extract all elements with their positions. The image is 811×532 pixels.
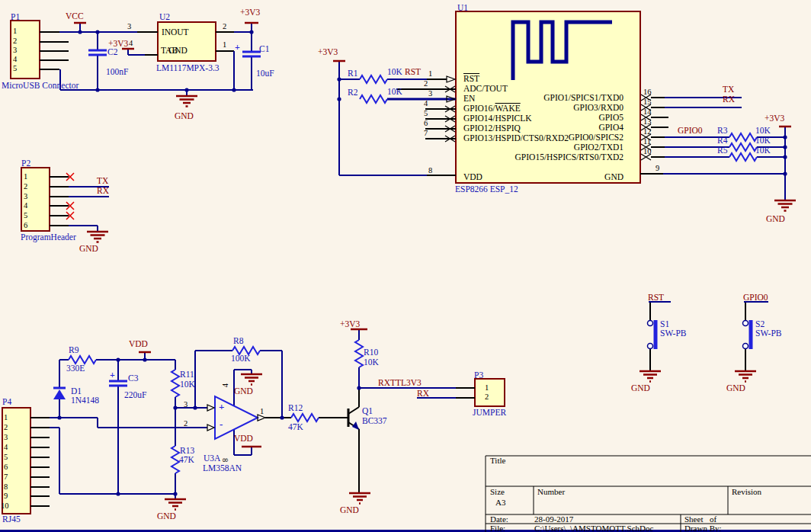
u1-pin-vdd: VDD	[463, 172, 482, 181]
gnd-label-r13: GND	[157, 511, 176, 521]
u2-ref: U2	[159, 12, 170, 21]
p1-name: MicroUSB Connector	[2, 81, 79, 90]
u1-pin-gnd: GND	[547, 172, 623, 181]
gnd-s2	[735, 371, 756, 382]
r10-value: 10K	[364, 357, 379, 367]
gnd-label-p2: GND	[79, 244, 98, 253]
r2-value: 10K	[387, 87, 402, 96]
u1-pin1-num: 1	[428, 69, 432, 78]
p2-pin4: 4	[24, 201, 27, 210]
titleblock-sheet-label: Sheet	[684, 515, 703, 524]
p4-ref: P4	[2, 397, 11, 406]
r5-ref: R5	[717, 146, 727, 155]
wires	[50, 23, 785, 499]
u1-pin-adc: ADC/TOUT	[463, 84, 508, 93]
p4-pin1: 1	[4, 413, 8, 421]
u1-pin-gpio5: GPIO5	[471, 113, 623, 122]
v33-label-r3: +3V3	[765, 114, 784, 123]
r12-ref: R12	[288, 403, 303, 412]
u1-pin11-num: 11	[643, 137, 651, 146]
p3-pin1: 1	[485, 383, 489, 392]
gnd-u2	[176, 96, 197, 107]
r11-symbol	[171, 370, 179, 397]
r3-symbol	[729, 133, 757, 141]
titleblock-number-label: Number	[537, 488, 565, 497]
v33-label-r10: +3V3	[340, 319, 360, 328]
r3-value: 10K	[755, 126, 771, 135]
u1-pin4-num: 4	[424, 99, 428, 107]
resistors	[69, 75, 757, 473]
rst-net-label: RST	[405, 67, 421, 76]
p1-ref: P1	[11, 12, 20, 21]
p3-name: JUMPER	[473, 408, 506, 417]
c1-plus: +	[235, 43, 240, 53]
u2-pin-out: OUT	[171, 27, 189, 37]
gnd-r13	[165, 499, 186, 510]
r11-value: 10K	[180, 380, 195, 389]
c3-value: 220uF	[124, 390, 146, 399]
capacitors	[88, 50, 261, 386]
u1-pin-gpio2: GPIO2/TXD1	[471, 143, 623, 152]
titleblock-title-label: Title	[490, 457, 505, 466]
p1-pin4: 4	[13, 55, 17, 63]
schematic-canvas	[0, 0, 811, 532]
r9-symbol	[69, 356, 96, 364]
titleblock-file-value: C:\Users\..\AMSTOMOTT.SchDoc	[534, 524, 653, 532]
u3a-pin4-num: 4	[221, 383, 229, 387]
v33-label-c1: +3V3	[240, 8, 260, 17]
s2-ref: S2	[755, 319, 765, 328]
u3a-pin3-num: 3	[184, 400, 188, 409]
c1-value: 10uF	[256, 69, 274, 78]
u1-pin14-num: 14	[643, 107, 652, 116]
u1-pin5-num: 5	[424, 109, 428, 117]
u1-value: ESP8266 ESP_12	[455, 184, 518, 194]
gnd-label-s2: GND	[726, 383, 745, 393]
p4-pin6: 6	[4, 463, 8, 471]
q1-symbol	[348, 388, 359, 493]
r1-symbol	[360, 75, 387, 83]
c1-symbol	[242, 52, 261, 56]
rx-net-label-p2: RX	[97, 186, 109, 195]
p4-pin7: 7	[4, 473, 8, 481]
tx-net-label-u1: TX	[723, 85, 734, 94]
rst-net-label-s1: RST	[648, 293, 664, 302]
u1-pin3-num: 3	[428, 89, 432, 98]
p4-name: RJ45	[2, 514, 21, 524]
u1-pin2-num: 2	[424, 79, 428, 88]
titleblock-drawnby-label: Drawn By:	[684, 524, 722, 532]
r9-value: 330E	[66, 364, 85, 373]
u2-pin1-num: 1	[223, 40, 226, 49]
gnd-label-q1: GND	[340, 505, 359, 514]
titleblock-date-value: 28-09-2017	[534, 515, 573, 524]
r2-symbol	[360, 95, 387, 103]
u3a-ref: U3A	[204, 453, 220, 463]
p4-pin4: 4	[4, 443, 8, 451]
u2-pin2-num: 2	[223, 22, 226, 30]
schematic-sheet: P1 VCC 1 2 3 4 5 MicroUSB Connector U2 3…	[0, 0, 811, 532]
gnd-p2	[87, 232, 108, 242]
r5-symbol	[729, 153, 757, 161]
rx-net-label-u1: RX	[723, 95, 735, 104]
u1-pin-gpio4: GPIO4	[471, 123, 623, 132]
r4-value: 10K	[755, 136, 771, 145]
u3a-pin1-num: 1	[260, 407, 264, 415]
p4-pin3: 3	[4, 433, 8, 441]
u1-pin15-num: 15	[643, 98, 652, 106]
u2-pin4-num: 4	[129, 39, 133, 47]
u1-ref: U1	[457, 3, 468, 12]
u2-pin3-num: 3	[127, 22, 131, 30]
u1-pin-gpio3: GPIO3/RXD0	[471, 103, 623, 112]
p2-pin2: 2	[24, 182, 27, 191]
r12-symbol	[291, 414, 319, 421]
p1-pin5: 5	[13, 64, 17, 72]
u3a-minus: -	[220, 419, 223, 430]
p2-pin6: 6	[24, 221, 27, 229]
c1-ref: C1	[259, 44, 269, 53]
r12-value: 47K	[288, 422, 303, 431]
r13-value: 47K	[179, 455, 194, 464]
r1-value: 10K	[387, 67, 402, 76]
tx-net-label-p2: TX	[97, 176, 108, 185]
vdd-label-rail: VDD	[129, 339, 148, 348]
r2-ref: R2	[348, 88, 357, 97]
r8-value: 100K	[231, 354, 251, 363]
